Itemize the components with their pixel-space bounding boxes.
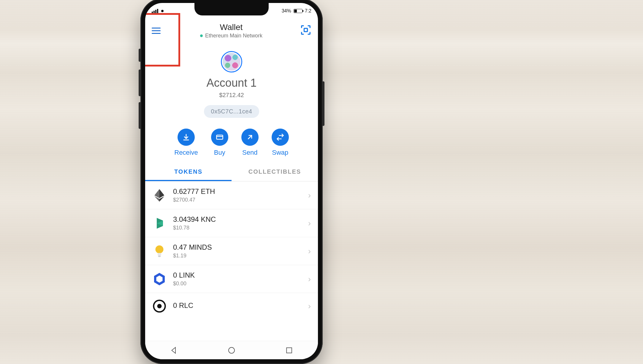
buy-label: Buy <box>214 149 225 156</box>
page-title: Wallet <box>200 23 262 32</box>
battery-icon <box>294 9 303 13</box>
account-section: Account 1 $2712.42 0x5C7C...1ce4 <box>145 45 318 121</box>
soft-nav-bar <box>145 341 318 359</box>
mute-switch <box>139 49 141 62</box>
send-label: Send <box>242 149 257 156</box>
network-name: Ethereum Main Network <box>205 33 262 39</box>
token-amount: 0 RLC <box>173 301 302 310</box>
download-icon <box>182 133 190 141</box>
svg-rect-18 <box>286 348 292 353</box>
notch <box>194 3 269 15</box>
account-avatar[interactable] <box>221 51 242 72</box>
app-header: Wallet Ethereum Main Network <box>145 17 318 45</box>
knc-icon <box>152 216 167 230</box>
token-fiat: $1.19 <box>173 253 302 259</box>
token-fiat: $10.78 <box>173 225 302 231</box>
rlc-icon <box>152 299 167 313</box>
receive-button[interactable]: Receive <box>174 129 198 156</box>
token-row-eth[interactable]: 0.62777 ETH $2700.47 › <box>145 181 318 209</box>
svg-point-17 <box>229 347 235 353</box>
battery-percent: 34% <box>282 8 291 14</box>
chevron-right-icon: › <box>308 301 311 311</box>
action-row: Receive Buy Send Swap <box>145 121 318 162</box>
signal-icon <box>152 9 158 13</box>
recording-indicator-icon <box>161 10 164 12</box>
token-fiat: $2700.47 <box>173 197 302 203</box>
swap-label: Swap <box>272 149 288 156</box>
header-title-group: Wallet Ethereum Main Network <box>200 23 262 39</box>
token-row-minds[interactable]: 0.47 MINDS $1.19 › <box>145 237 318 265</box>
svg-marker-16 <box>172 347 176 353</box>
swap-icon <box>276 133 284 141</box>
tab-tokens[interactable]: TOKENS <box>145 164 232 181</box>
token-list: 0.62777 ETH $2700.47 › 3.04394 KNC $10.7… <box>145 181 318 319</box>
card-icon <box>216 133 224 141</box>
account-balance: $2712.42 <box>145 92 318 99</box>
phone-screen: 34% 7:2 Wallet Ethereum Main Network <box>145 3 318 359</box>
minds-icon <box>152 244 167 258</box>
token-amount: 0 LINK <box>173 271 302 279</box>
phone-frame: 34% 7:2 Wallet Ethereum Main Network <box>140 0 323 364</box>
receive-label: Receive <box>174 149 198 156</box>
menu-hamburger-icon[interactable] <box>152 25 162 36</box>
account-address-chip[interactable]: 0x5C7C...1ce4 <box>204 105 259 118</box>
chevron-right-icon: › <box>308 274 311 284</box>
volume-down-button <box>139 102 141 129</box>
token-row-knc[interactable]: 3.04394 KNC $10.78 › <box>145 209 318 237</box>
send-button[interactable]: Send <box>241 129 259 156</box>
svg-point-15 <box>157 304 162 308</box>
chevron-right-icon: › <box>308 191 311 200</box>
token-amount: 0.62777 ETH <box>173 187 302 196</box>
token-row-rlc[interactable]: 0 RLC › <box>145 293 318 319</box>
nav-back-icon[interactable] <box>170 346 178 355</box>
power-button <box>322 81 324 126</box>
token-amount: 3.04394 KNC <box>173 215 302 224</box>
nav-recents-icon[interactable] <box>285 346 294 355</box>
account-name: Account 1 <box>145 77 318 89</box>
network-indicator[interactable]: Ethereum Main Network <box>200 33 262 39</box>
scan-qr-icon[interactable] <box>300 24 311 37</box>
swap-button[interactable]: Swap <box>272 129 289 156</box>
volume-up-button <box>139 69 141 96</box>
status-time: 7:2 <box>305 8 311 14</box>
buy-button[interactable]: Buy <box>211 129 228 156</box>
svg-rect-0 <box>304 28 307 31</box>
nav-home-icon[interactable] <box>227 346 236 355</box>
eth-icon <box>152 188 167 202</box>
arrow-up-right-icon <box>246 133 254 141</box>
token-fiat: $0.00 <box>173 281 302 287</box>
svg-rect-11 <box>158 256 161 257</box>
svg-point-9 <box>156 245 164 253</box>
svg-rect-10 <box>158 253 161 256</box>
svg-rect-1 <box>216 135 223 139</box>
token-row-link[interactable]: 0 LINK $0.00 › <box>145 265 318 293</box>
link-icon <box>152 272 167 286</box>
tabs: TOKENS COLLECTIBLES <box>145 164 318 181</box>
chevron-right-icon: › <box>308 246 311 256</box>
tab-collectibles[interactable]: COLLECTIBLES <box>232 164 318 181</box>
network-status-dot-icon <box>200 34 203 37</box>
token-amount: 0.47 MINDS <box>173 243 302 251</box>
chevron-right-icon: › <box>308 219 311 228</box>
